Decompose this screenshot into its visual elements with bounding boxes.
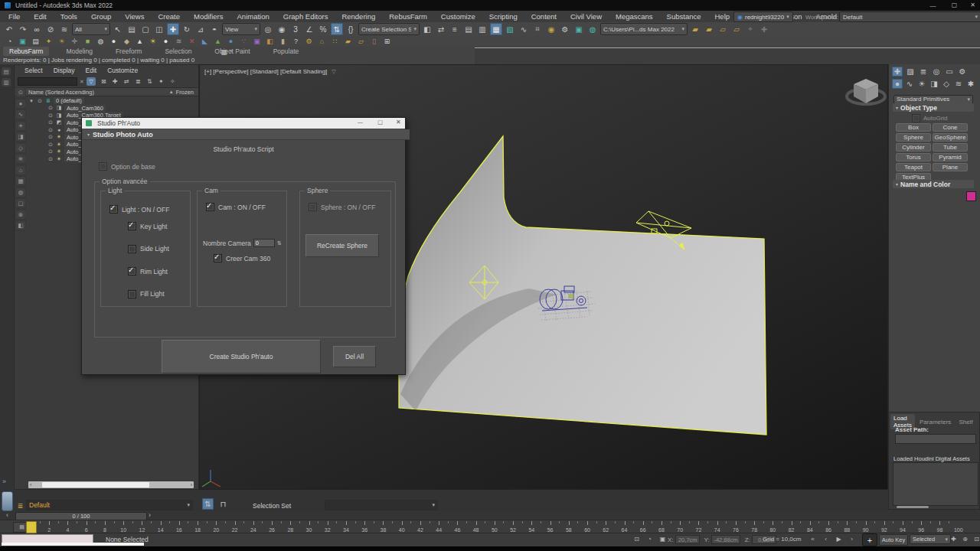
- save-folder-icon[interactable]: ▰: [703, 23, 715, 35]
- scroll-left-icon[interactable]: ‹: [30, 482, 31, 487]
- filter-xrefs-icon[interactable]: ▦: [16, 177, 25, 185]
- filter-shapes-icon[interactable]: ∿: [16, 110, 25, 119]
- batch-icon[interactable]: ∷: [330, 37, 340, 47]
- box-tool-icon[interactable]: ■: [83, 37, 93, 47]
- menu-item[interactable]: Create: [151, 12, 187, 21]
- visibility-icon[interactable]: ⊙: [47, 156, 54, 162]
- menu-item[interactable]: Substance: [660, 12, 708, 21]
- import-folder-icon[interactable]: ▱: [717, 23, 729, 35]
- spacewarps-category-icon[interactable]: ≋: [953, 79, 964, 89]
- timeline-frame-tick[interactable]: 62: [587, 521, 606, 533]
- offset-mode-icon[interactable]: ◔: [645, 535, 654, 543]
- timeline-frame-tick[interactable]: 72: [680, 521, 698, 533]
- visibility-icon[interactable]: ⊙: [47, 142, 54, 148]
- isolate-toggle-icon[interactable]: ⇅: [202, 498, 214, 510]
- go-to-start-icon[interactable]: «: [808, 535, 817, 543]
- toggle-ribbon-icon[interactable]: ▦: [490, 23, 502, 35]
- timeline-frame-tick[interactable]: 10: [105, 521, 123, 533]
- timeline-frame-tick[interactable]: 88: [828, 521, 847, 533]
- menu-item[interactable]: Scripting: [482, 12, 524, 21]
- creer-cam360-checkbox[interactable]: [214, 254, 222, 262]
- filter-geometry-icon[interactable]: ●: [16, 99, 25, 108]
- timeline-frame-tick[interactable]: 68: [643, 521, 662, 533]
- ribbon-tab[interactable]: Modeling: [60, 47, 99, 56]
- angle-snap-icon[interactable]: ∠: [303, 23, 315, 35]
- object-type-rollout[interactable]: ▾ Object Type: [893, 103, 974, 112]
- dialog-title-bar[interactable]: Studio Ph'Auto — ▢ ✕: [82, 118, 405, 129]
- timeline-frame-tick[interactable]: 12: [123, 521, 142, 533]
- timeline-frame-tick[interactable]: 76: [717, 521, 736, 533]
- light-option-checkbox[interactable]: [128, 267, 136, 276]
- particles-icon[interactable]: ∵: [239, 37, 249, 47]
- display-tab-icon[interactable]: ▭: [944, 67, 955, 77]
- menu-item[interactable]: Content: [524, 12, 564, 21]
- timeline-frame-tick[interactable]: 52: [495, 521, 513, 533]
- timeline-frame-tick[interactable]: 84: [792, 521, 810, 533]
- maximize-button[interactable]: ▢: [949, 0, 959, 10]
- del-all-button[interactable]: Del All: [333, 346, 376, 367]
- geosphere-tool-icon[interactable]: ●: [109, 37, 119, 47]
- shapes-category-icon[interactable]: ∿: [904, 79, 915, 89]
- sphere-on-off-checkbox[interactable]: [309, 203, 317, 211]
- visibility-icon[interactable]: ⊙: [47, 148, 54, 155]
- scroll-right-icon[interactable]: ›: [191, 482, 192, 487]
- selection-filter-dropdown[interactable]: All ▾: [72, 23, 110, 35]
- window-crossing-icon[interactable]: ◫: [153, 23, 165, 35]
- menu-item[interactable]: Modifiers: [187, 12, 230, 21]
- target-icon[interactable]: ⌖: [744, 23, 756, 35]
- filter-all-icon[interactable]: ⊙: [16, 88, 25, 96]
- lock-selection-icon[interactable]: ⊠: [100, 77, 108, 86]
- menu-item[interactable]: RebusFarm: [382, 12, 434, 21]
- timeline-ruler[interactable]: 2468101214161820222426283032343638404244…: [31, 521, 959, 533]
- scatter-icon[interactable]: ≋: [174, 37, 184, 47]
- open-folder-icon[interactable]: ▰: [689, 23, 701, 35]
- key-filter-icon[interactable]: ✦: [157, 77, 165, 86]
- primitive-button[interactable]: Cylinder: [896, 143, 931, 152]
- timeline-frame-tick[interactable]: 56: [531, 521, 550, 533]
- light-lister-icon[interactable]: ✦: [44, 37, 54, 47]
- zoom-icon[interactable]: ⊕: [961, 535, 969, 543]
- active-layer-dropdown[interactable]: Default ▾: [26, 500, 193, 510]
- menu-item[interactable]: Help: [708, 12, 737, 21]
- filter-bones-icon[interactable]: ◍: [16, 188, 25, 197]
- timeline-frame-tick[interactable]: 20: [198, 521, 216, 533]
- named-selection-sets-icon[interactable]: {}: [345, 23, 357, 35]
- next-frame-icon[interactable]: ›: [848, 535, 856, 543]
- light-option-row[interactable]: Side Light: [128, 245, 169, 253]
- hierarchy-tab-icon[interactable]: ≣: [918, 67, 929, 77]
- set-key-button[interactable]: +: [862, 533, 877, 546]
- menu-item[interactable]: Megascans: [609, 12, 660, 21]
- state-sets-icon[interactable]: ▣: [18, 37, 28, 47]
- visibility-icon[interactable]: ⊙: [47, 127, 54, 133]
- cart-icon[interactable]: ⊞: [382, 37, 392, 47]
- delete-tool-icon[interactable]: ✕: [187, 37, 197, 47]
- scale-icon[interactable]: ⊿: [194, 23, 207, 35]
- create-studio-button[interactable]: Create Studio Ph'auto: [162, 340, 321, 373]
- primitive-button[interactable]: Sphere: [896, 133, 931, 142]
- recreate-sphere-button[interactable]: ReCreate Sphere: [305, 234, 379, 257]
- option-de-base-checkbox[interactable]: [99, 162, 107, 171]
- timeline-frame-tick[interactable]: 48: [457, 521, 475, 533]
- pick-parent-icon[interactable]: ✚: [111, 77, 119, 86]
- time-fwd-icon[interactable]: ›: [149, 511, 151, 519]
- explorer-row[interactable]: ⊙ ◨ Auto_Cam360: [25, 105, 198, 112]
- autogrid-checkbox[interactable]: [912, 114, 920, 122]
- scene-explorer-icon[interactable]: ▧: [504, 23, 516, 35]
- placement-icon[interactable]: ◓: [208, 23, 220, 35]
- explorer-menu-item[interactable]: Display: [50, 67, 79, 74]
- timeline-frame-tick[interactable]: 44: [420, 521, 439, 533]
- redo-icon[interactable]: ↷: [17, 23, 29, 35]
- houdini-tab[interactable]: Se: [978, 418, 980, 426]
- select-by-name-icon[interactable]: ▤: [126, 23, 138, 35]
- timeline-frame-tick[interactable]: 98: [921, 521, 939, 533]
- timeline-frame-tick[interactable]: 18: [179, 521, 198, 533]
- timeline-frame-tick[interactable]: 32: [309, 521, 328, 533]
- geometry-category-icon[interactable]: ●: [892, 79, 903, 89]
- expand-icon[interactable]: ▼: [28, 99, 34, 103]
- timeline-frame-tick[interactable]: 22: [216, 521, 234, 533]
- timeline-frame-tick[interactable]: 58: [550, 521, 569, 533]
- frozen-column-header[interactable]: Frozen: [176, 89, 194, 96]
- isolate-icon[interactable]: ◧: [421, 23, 433, 35]
- filter-frozen-icon[interactable]: ⊗: [16, 210, 25, 219]
- lights-category-icon[interactable]: ☀: [916, 79, 927, 89]
